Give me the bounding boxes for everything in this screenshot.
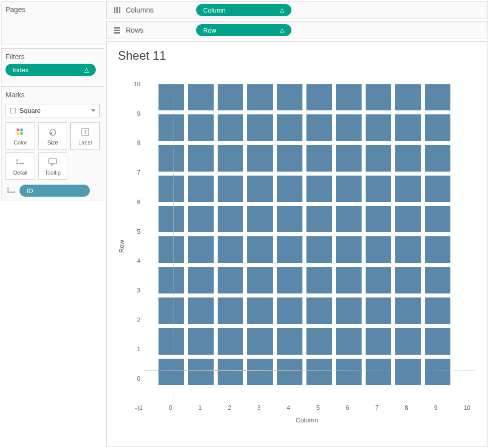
mark-square[interactable] <box>366 176 391 202</box>
mark-square[interactable] <box>336 297 362 324</box>
mark-square[interactable] <box>366 328 391 355</box>
marks-color-button[interactable]: Color <box>6 122 35 150</box>
mark-square[interactable] <box>366 236 391 263</box>
mark-square[interactable] <box>188 84 214 111</box>
mark-square[interactable] <box>218 236 243 263</box>
mark-square[interactable] <box>218 114 243 141</box>
mark-square[interactable] <box>158 359 184 385</box>
mark-square[interactable] <box>158 84 184 111</box>
mark-square[interactable] <box>395 236 421 263</box>
mark-square[interactable] <box>336 145 362 172</box>
columns-pill[interactable]: Column △ <box>196 4 291 16</box>
rows-shelf[interactable]: Rows Row △ <box>106 21 488 39</box>
mark-square[interactable] <box>277 176 302 202</box>
mark-square[interactable] <box>247 236 273 263</box>
mark-square[interactable] <box>425 84 450 111</box>
mark-square[interactable] <box>366 206 391 233</box>
mark-square[interactable] <box>218 176 243 202</box>
mark-square[interactable] <box>188 328 214 355</box>
mark-square[interactable] <box>425 236 450 263</box>
mark-square[interactable] <box>247 206 273 233</box>
mark-square[interactable] <box>336 206 362 233</box>
mark-square[interactable] <box>425 297 450 324</box>
mark-square[interactable] <box>247 176 273 202</box>
mark-square[interactable] <box>188 236 214 263</box>
mark-square[interactable] <box>395 267 421 293</box>
mark-square[interactable] <box>218 267 243 293</box>
mark-square[interactable] <box>306 236 332 263</box>
mark-square[interactable] <box>366 267 391 293</box>
mark-square[interactable] <box>306 297 332 324</box>
mark-square[interactable] <box>277 328 302 355</box>
mark-square[interactable] <box>306 267 332 293</box>
mark-square[interactable] <box>218 145 243 172</box>
mark-square[interactable] <box>188 145 214 172</box>
mark-square[interactable] <box>277 267 302 293</box>
pages-shelf[interactable]: Pages <box>1 1 104 45</box>
mark-square[interactable] <box>247 328 273 355</box>
mark-square[interactable] <box>306 114 332 141</box>
mark-square[interactable] <box>247 84 273 111</box>
viz-canvas[interactable]: Sheet 11 Row 109876543210-1 -10123456789… <box>106 41 488 447</box>
mark-square[interactable] <box>247 297 273 324</box>
mark-square[interactable] <box>277 236 302 263</box>
mark-square[interactable] <box>277 297 302 324</box>
mark-square[interactable] <box>247 267 273 293</box>
mark-square[interactable] <box>425 206 450 233</box>
mark-square[interactable] <box>366 297 391 324</box>
mark-square[interactable] <box>218 297 243 324</box>
filters-shelf[interactable]: Filters Index △ <box>1 48 104 83</box>
mark-square[interactable] <box>395 84 421 111</box>
mark-square[interactable] <box>395 176 421 202</box>
mark-square[interactable] <box>188 359 214 385</box>
mark-square[interactable] <box>425 145 450 172</box>
mark-square[interactable] <box>218 84 243 111</box>
mark-square[interactable] <box>395 328 421 355</box>
mark-square[interactable] <box>336 84 362 111</box>
mark-square[interactable] <box>306 206 332 233</box>
mark-square[interactable] <box>366 84 391 111</box>
mark-square[interactable] <box>188 176 214 202</box>
mark-square[interactable] <box>395 114 421 141</box>
mark-square[interactable] <box>425 328 450 355</box>
mark-square[interactable] <box>306 145 332 172</box>
columns-shelf[interactable]: Columns Column △ <box>106 1 488 19</box>
mark-square[interactable] <box>425 176 450 202</box>
mark-square[interactable] <box>158 206 184 233</box>
mark-square[interactable] <box>158 114 184 141</box>
mark-square[interactable] <box>277 84 302 111</box>
mark-square[interactable] <box>306 328 332 355</box>
mark-square[interactable] <box>188 267 214 293</box>
filter-pill-index[interactable]: Index △ <box>6 64 96 76</box>
mark-square[interactable] <box>158 267 184 293</box>
mark-square[interactable] <box>218 206 243 233</box>
mark-square[interactable] <box>366 359 391 385</box>
mark-square[interactable] <box>425 359 450 385</box>
marks-label-button[interactable]: T Label <box>70 122 100 150</box>
mark-square[interactable] <box>395 359 421 385</box>
mark-square[interactable] <box>366 114 391 141</box>
mark-square[interactable] <box>336 236 362 263</box>
mark-square[interactable] <box>366 145 391 172</box>
mark-square[interactable] <box>277 145 302 172</box>
detail-pill-id[interactable]: ID <box>20 185 90 197</box>
mark-square[interactable] <box>188 297 214 324</box>
mark-square[interactable] <box>158 145 184 172</box>
marks-detail-button[interactable]: Detail <box>6 153 35 180</box>
mark-square[interactable] <box>277 206 302 233</box>
mark-square[interactable] <box>395 145 421 172</box>
mark-square[interactable] <box>306 176 332 202</box>
mark-square[interactable] <box>306 359 332 385</box>
mark-square[interactable] <box>336 176 362 202</box>
mark-square[interactable] <box>218 328 243 355</box>
mark-square[interactable] <box>158 236 184 263</box>
mark-square[interactable] <box>395 297 421 324</box>
mark-square[interactable] <box>425 114 450 141</box>
rows-pill[interactable]: Row △ <box>196 24 291 36</box>
marks-tooltip-button[interactable]: Tooltip <box>38 153 68 180</box>
mark-square[interactable] <box>158 176 184 202</box>
mark-square[interactable] <box>336 359 362 385</box>
mark-square[interactable] <box>336 328 362 355</box>
marks-size-button[interactable]: Size <box>38 122 68 150</box>
mark-square[interactable] <box>247 114 273 141</box>
